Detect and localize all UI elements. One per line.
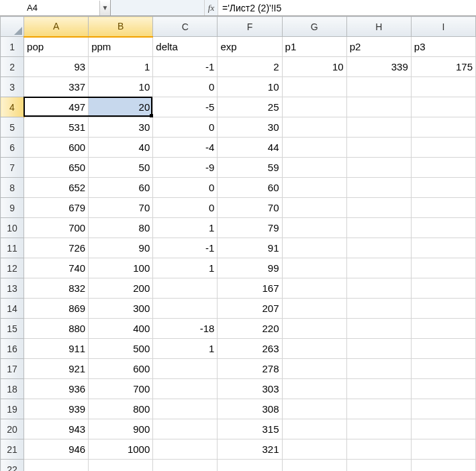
cell[interactable] xyxy=(282,178,346,198)
cell[interactable]: 91 xyxy=(218,238,282,258)
cell[interactable]: 0 xyxy=(153,198,218,218)
cell[interactable]: 1 xyxy=(89,57,153,77)
cell[interactable] xyxy=(346,339,411,359)
row-header[interactable]: 12 xyxy=(1,258,24,278)
cell[interactable]: 936 xyxy=(24,379,89,399)
cell[interactable] xyxy=(346,278,411,299)
cell[interactable]: 60 xyxy=(218,178,282,198)
cell[interactable] xyxy=(282,278,346,299)
row-header[interactable]: 21 xyxy=(1,439,24,460)
cell[interactable] xyxy=(282,359,346,379)
cell[interactable]: 939 xyxy=(24,399,89,419)
cell[interactable] xyxy=(411,198,475,218)
cell[interactable] xyxy=(411,238,475,258)
cell[interactable]: 900 xyxy=(89,419,153,439)
cell[interactable] xyxy=(153,460,218,472)
row-header[interactable]: 20 xyxy=(1,419,24,439)
cell[interactable] xyxy=(153,299,218,319)
cell[interactable] xyxy=(346,319,411,339)
cell[interactable]: 175 xyxy=(411,57,475,77)
cell[interactable]: 337 xyxy=(24,77,89,97)
cell[interactable] xyxy=(153,399,218,419)
cell[interactable] xyxy=(282,258,346,278)
cell[interactable]: 600 xyxy=(24,138,89,158)
cell[interactable]: 531 xyxy=(24,117,89,138)
row-header[interactable]: 17 xyxy=(1,359,24,379)
cell[interactable]: 303 xyxy=(218,379,282,399)
cell[interactable]: 869 xyxy=(24,299,89,319)
cell[interactable]: 70 xyxy=(218,198,282,218)
cell[interactable]: -4 xyxy=(153,138,218,158)
cell[interactable]: 263 xyxy=(218,339,282,359)
cell[interactable] xyxy=(282,158,346,178)
cell[interactable]: 321 xyxy=(218,439,282,460)
cell[interactable]: p2 xyxy=(346,37,411,57)
cell[interactable] xyxy=(282,419,346,439)
cell[interactable] xyxy=(346,178,411,198)
row-header[interactable]: 3 xyxy=(1,77,24,97)
cell[interactable]: -9 xyxy=(153,158,218,178)
row-header[interactable]: 1 xyxy=(1,37,24,57)
cell[interactable]: 1000 xyxy=(89,439,153,460)
name-box[interactable]: A4 xyxy=(24,1,99,14)
cell[interactable]: -1 xyxy=(153,57,218,77)
cell[interactable]: 220 xyxy=(218,319,282,339)
cell[interactable] xyxy=(346,117,411,138)
row-header[interactable]: 11 xyxy=(1,238,24,258)
cell[interactable] xyxy=(411,439,475,460)
cell[interactable]: 50 xyxy=(89,158,153,178)
cell[interactable] xyxy=(411,218,475,238)
row-header[interactable]: 9 xyxy=(1,198,24,218)
cell[interactable]: 650 xyxy=(24,158,89,178)
cell[interactable]: 30 xyxy=(218,117,282,138)
cell[interactable] xyxy=(346,399,411,419)
row-header[interactable]: 2 xyxy=(1,57,24,77)
cell[interactable]: 44 xyxy=(218,138,282,158)
cell[interactable]: 700 xyxy=(24,218,89,238)
cell[interactable] xyxy=(346,299,411,319)
cell[interactable] xyxy=(282,339,346,359)
cell[interactable]: 20 xyxy=(89,97,153,117)
cell[interactable] xyxy=(153,379,218,399)
cell[interactable]: 832 xyxy=(24,278,89,299)
cell[interactable]: 93 xyxy=(24,57,89,77)
cell[interactable]: 40 xyxy=(89,138,153,158)
cell[interactable]: 30 xyxy=(89,117,153,138)
cell[interactable]: 59 xyxy=(218,158,282,178)
cell[interactable] xyxy=(24,460,89,472)
row-header[interactable]: 15 xyxy=(1,319,24,339)
cell[interactable]: 0 xyxy=(153,117,218,138)
cell[interactable]: 400 xyxy=(89,319,153,339)
cell[interactable]: 10 xyxy=(218,77,282,97)
cell[interactable]: 70 xyxy=(89,198,153,218)
cell[interactable]: 880 xyxy=(24,319,89,339)
cell[interactable]: 2 xyxy=(218,57,282,77)
cell[interactable]: 911 xyxy=(24,339,89,359)
row-header[interactable]: 13 xyxy=(1,278,24,299)
cell[interactable] xyxy=(282,460,346,472)
cell[interactable] xyxy=(411,77,475,97)
cell[interactable]: -1 xyxy=(153,238,218,258)
col-header-C[interactable]: C xyxy=(153,17,218,37)
row-header[interactable]: 16 xyxy=(1,339,24,359)
cell[interactable]: exp xyxy=(218,37,282,57)
cell[interactable]: pop xyxy=(24,37,89,57)
cell[interactable]: 10 xyxy=(89,77,153,97)
cell[interactable]: 800 xyxy=(89,399,153,419)
cell[interactable]: 167 xyxy=(218,278,282,299)
cell[interactable] xyxy=(411,299,475,319)
cell[interactable]: 0 xyxy=(153,178,218,198)
cell[interactable] xyxy=(346,138,411,158)
row-header[interactable]: 10 xyxy=(1,218,24,238)
cell[interactable] xyxy=(411,319,475,339)
cell[interactable]: 99 xyxy=(218,258,282,278)
col-header-F[interactable]: F xyxy=(218,17,282,37)
cell[interactable] xyxy=(411,419,475,439)
cell[interactable] xyxy=(411,379,475,399)
cell[interactable]: 25 xyxy=(218,97,282,117)
cell[interactable] xyxy=(282,299,346,319)
cell[interactable]: 600 xyxy=(89,359,153,379)
cell[interactable]: 10 xyxy=(282,57,346,77)
cell[interactable] xyxy=(282,77,346,97)
cell[interactable]: 308 xyxy=(218,399,282,419)
